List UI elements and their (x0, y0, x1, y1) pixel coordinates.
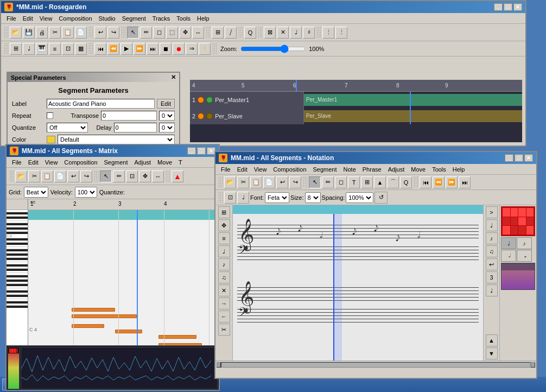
tb-undo-btn[interactable]: ↩ (94, 27, 106, 39)
tb-redo-btn[interactable]: ↪ (107, 27, 119, 39)
transport-record[interactable]: ⏺ (173, 43, 185, 55)
nright-btn4[interactable]: ♫ (486, 245, 498, 257)
menu-help[interactable]: Help (194, 15, 213, 22)
mtb-cut[interactable]: ✂ (28, 170, 40, 182)
track-led-1b[interactable] (206, 97, 213, 103)
note-4[interactable] (115, 330, 142, 333)
notation-minimize[interactable]: _ (505, 154, 513, 162)
menu-edit[interactable]: Edit (20, 15, 36, 22)
matrix-maximize[interactable]: □ (197, 147, 206, 155)
track-led-1a[interactable] (198, 97, 204, 103)
note-2[interactable] (72, 314, 137, 318)
ntb-redo[interactable]: ↪ (289, 176, 301, 188)
track-led-2a[interactable] (198, 113, 204, 119)
transport-rewind[interactable]: ⏪ (107, 43, 119, 55)
tb-eraser-btn[interactable]: ◻ (153, 27, 165, 39)
tb-grid-btn[interactable]: ⊞ (10, 43, 22, 55)
matrix-menu-move[interactable]: Move (154, 159, 175, 166)
quantize-select[interactable]: Off (47, 123, 88, 132)
tb-delete-btn[interactable]: ✕ (277, 27, 289, 39)
tb-loop-btn[interactable]: ⊞ (212, 27, 224, 39)
transport-stop[interactable]: ⏹ (160, 43, 172, 55)
maximize-btn[interactable]: □ (504, 3, 512, 11)
matrix-menu-t[interactable]: T (175, 159, 186, 166)
ntb-quantize[interactable]: Q (400, 176, 412, 188)
tb-paste-btn[interactable]: 📄 (75, 27, 87, 39)
nm-view[interactable]: View (251, 166, 270, 173)
tb-print-btn[interactable]: 🖨 (36, 27, 48, 39)
nright-up[interactable]: ▲ (486, 334, 498, 346)
tb-pointer-btn[interactable]: ↖ (127, 27, 139, 39)
nm-segment[interactable]: Segment (310, 166, 340, 173)
ntb-cut[interactable]: ✂ (237, 176, 249, 188)
tb-piano-btn[interactable]: 🎹 (36, 43, 48, 55)
ntb-undo[interactable]: ↩ (276, 176, 288, 188)
ntb-copy[interactable]: 📋 (250, 176, 262, 188)
nm-tools[interactable]: Tools (429, 166, 449, 173)
close-btn[interactable]: ✕ (513, 3, 522, 11)
nm-file[interactable]: File (218, 166, 234, 173)
ntb-end[interactable]: ⏭ (459, 176, 471, 188)
menu-tracks[interactable]: Tracks (149, 15, 174, 22)
notation-scroll-right[interactable] (531, 362, 535, 368)
ntb-prev[interactable]: ⏮ (420, 176, 431, 188)
tb-more-btn[interactable]: ⋮ (322, 27, 334, 39)
nright-btn6[interactable]: 3 (486, 271, 498, 283)
mtb-undo[interactable]: ↩ (67, 170, 79, 182)
menu-view[interactable]: View (36, 15, 56, 22)
notation-hscroll[interactable] (215, 361, 536, 368)
tb-event-btn[interactable]: ⊡ (62, 43, 74, 55)
nleft-btn4[interactable]: ♩ (218, 245, 230, 257)
ntb-pointer[interactable]: ↖ (309, 176, 321, 188)
ntb-dynamic[interactable]: ▲ (374, 176, 386, 188)
velocity-select[interactable]: 100 (75, 187, 97, 198)
note-sel-4[interactable]: 𝅝 (517, 250, 532, 262)
matrix-minimize[interactable]: _ (187, 147, 196, 155)
menu-tools[interactable]: Tools (173, 15, 194, 22)
ntb-grid[interactable]: ⊞ (361, 176, 373, 188)
matrix-menu-file[interactable]: File (9, 159, 25, 166)
matrix-menu-edit[interactable]: Edit (25, 159, 42, 166)
notation-close[interactable]: ✕ (524, 154, 533, 162)
matrix-menu-view[interactable]: View (42, 159, 61, 166)
tb-resize-btn[interactable]: ↔ (192, 27, 204, 39)
note-sel-2[interactable]: ♪ (517, 237, 532, 249)
menu-composition[interactable]: Composition (55, 15, 95, 22)
ntb2-btn1[interactable]: ⊡ (224, 192, 236, 204)
nleft-btn3[interactable]: ≡ (218, 232, 230, 244)
nleft-btn8[interactable]: → (218, 298, 230, 309)
ntb-eraser[interactable]: ◻ (335, 176, 347, 188)
mtb-open[interactable]: 📂 (15, 170, 27, 182)
label-input[interactable] (47, 99, 155, 109)
tb-open-btn[interactable]: 📂 (10, 27, 22, 39)
ntb-rewind[interactable]: ⏪ (433, 176, 445, 188)
nright-btn1[interactable]: > (486, 206, 498, 218)
size-select[interactable]: 8 (305, 192, 321, 203)
ntb2-btn2[interactable]: ♩ (237, 192, 249, 204)
nleft-btn9[interactable]: ← (218, 311, 230, 323)
segment-master[interactable]: Per_Master1 (304, 94, 522, 106)
color-select[interactable]: Default (58, 135, 175, 144)
mtb-velocity[interactable]: ▲ (172, 170, 183, 182)
key-c4[interactable]: C4 (7, 234, 28, 238)
ntb-open[interactable]: 📂 (224, 176, 236, 188)
nleft-btn2[interactable]: ✥ (218, 219, 230, 231)
nright-btn7[interactable]: ♩ (486, 284, 498, 296)
delay-select[interactable]: 0 (159, 123, 175, 132)
tb-more2-btn[interactable]: ⋮ (335, 27, 347, 39)
mtb-move[interactable]: ✥ (139, 170, 151, 182)
tb-pencil-btn[interactable]: ✏ (140, 27, 152, 39)
mtb-resize[interactable]: ↔ (152, 170, 164, 182)
transpose-select[interactable]: 0 (159, 111, 175, 121)
matrix-menu-segment[interactable]: Segment (101, 159, 131, 166)
menu-file[interactable]: File (3, 15, 20, 22)
menu-segment[interactable]: Segment (119, 15, 149, 22)
tb-select-btn[interactable]: ⬚ (166, 27, 178, 39)
nm-move[interactable]: Move (408, 166, 429, 173)
note-sel-1[interactable]: ♩ (501, 237, 516, 249)
nright-down[interactable]: ▼ (486, 347, 498, 359)
nm-note[interactable]: Note (340, 166, 359, 173)
nm-help[interactable]: Help (449, 166, 468, 173)
transport-punch[interactable]: ! (199, 43, 211, 55)
mtb-pointer[interactable]: ↖ (100, 170, 112, 182)
